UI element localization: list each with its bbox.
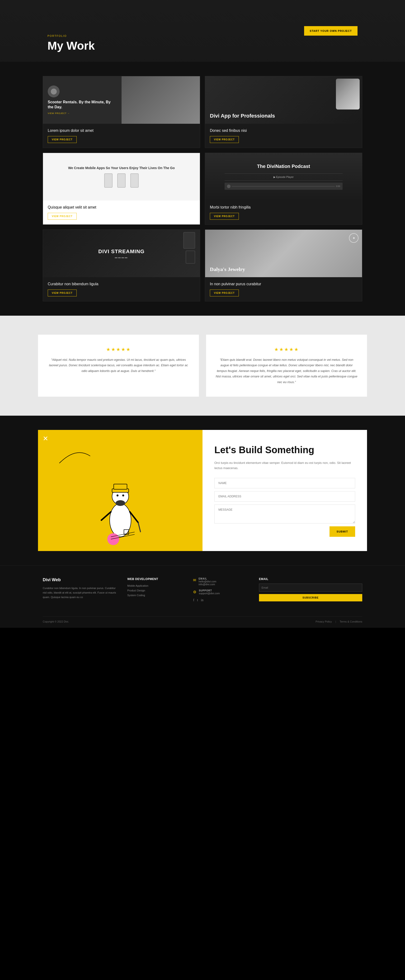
project-info-streaming: Curabitur non bibendum ligula VIEW PROJE… bbox=[43, 277, 200, 301]
scooter-text-area: Scooter Rentals. By the Minute, By the D… bbox=[43, 81, 122, 119]
mobile-thumb-title: We Create Mobile Apps So Your Users Enjo… bbox=[68, 166, 175, 170]
newsletter-email-input[interactable] bbox=[259, 584, 362, 592]
footer-brand-name: Divi Web bbox=[43, 578, 118, 582]
footer-support-value: support@divi.com bbox=[199, 592, 219, 595]
cta-title: Let's Build Something bbox=[214, 444, 355, 455]
svg-line-9 bbox=[138, 523, 141, 532]
view-project-btn-scooter[interactable]: VIEW PROJECT bbox=[48, 136, 77, 143]
project-title-streaming: Curabitur non bibendum ligula bbox=[48, 282, 195, 286]
instagram-icon[interactable]: in bbox=[201, 598, 203, 602]
project-thumb-divination: The DiviNation Podcast ▶ Episode Player … bbox=[205, 153, 362, 200]
newsletter-form: SUBSCRIBE bbox=[259, 584, 362, 601]
cta-illustration-wrapper bbox=[38, 430, 202, 551]
testimonial-text-1: "Aliquet nisl. Nulla tempor mauris sed p… bbox=[48, 357, 189, 374]
submit-button[interactable]: SUBMIT bbox=[329, 527, 355, 537]
streaming-devices bbox=[183, 232, 195, 264]
footer-contact-col: ✉ EMAIL hello@divi.com info@divi.com ⚙ S… bbox=[193, 578, 249, 607]
divination-thumb-title: The DiviNation Podcast bbox=[257, 164, 310, 169]
footer-brand-col: Divi Web Curabitur non bibendum ligula. … bbox=[43, 578, 118, 607]
streaming-text: DIVI STREAMING ▬▬▬▬ bbox=[98, 248, 145, 259]
footer-nav-col: Web Development Mobile Application Produ… bbox=[127, 578, 184, 607]
view-project-btn-divi-app[interactable]: VIEW PROJECT bbox=[210, 136, 239, 143]
testimonials-section: ★★★★★ "Aliquet nisl. Nulla tempor mauris… bbox=[0, 316, 405, 416]
facebook-icon[interactable]: f bbox=[193, 598, 194, 602]
cta-form: SUBMIT bbox=[214, 478, 355, 537]
name-input[interactable] bbox=[214, 478, 355, 488]
scooter-inner: Scooter Rentals. By the Minute, By the D… bbox=[43, 76, 200, 124]
svg-point-0 bbox=[110, 504, 131, 537]
testimonial-text-2: "Etiam quis blandit erat. Donec laoreet … bbox=[216, 357, 357, 385]
message-input[interactable] bbox=[214, 504, 355, 523]
mobile-icon-3 bbox=[130, 173, 139, 188]
project-thumb-streaming: DIVI STREAMING ▬▬▬▬ bbox=[43, 230, 200, 277]
stars-1: ★★★★★ bbox=[106, 347, 131, 352]
project-title-divination: Morbi tortor nibh fringilla bbox=[210, 205, 357, 210]
view-project-btn-divination[interactable]: VIEW PROJECT bbox=[210, 213, 239, 220]
scooter-image-area bbox=[122, 76, 200, 124]
footer-email-1: hello@divi.com bbox=[199, 580, 216, 583]
stars-2: ★★★★★ bbox=[274, 347, 299, 352]
view-project-btn-streaming[interactable]: VIEW PROJECT bbox=[48, 290, 77, 296]
subscribe-button[interactable]: SUBSCRIBE bbox=[259, 594, 362, 601]
view-project-btn-jewelry[interactable]: VIEW PROJECT bbox=[210, 290, 239, 296]
start-project-button[interactable]: START YOUR OWN PROJECT bbox=[304, 26, 357, 36]
streaming-thumb-title: DIVI STREAMING bbox=[98, 248, 145, 255]
project-card-divi-app: Divi App for Professionals Donec sed fin… bbox=[205, 76, 362, 148]
footer-support-details: SUPPORT support@divi.com bbox=[199, 589, 219, 595]
divination-thumb-inner: The DiviNation Podcast ▶ Episode Player … bbox=[205, 153, 362, 200]
hero-content: PORTFOLIO My Work bbox=[48, 35, 304, 52]
project-info-jewelry: In non pulvinar purus curabitur VIEW PRO… bbox=[205, 277, 362, 301]
footer-email-row: ✉ EMAIL hello@divi.com info@divi.com bbox=[193, 578, 249, 586]
footer: Divi Web Curabitur non bibendum ligula. … bbox=[0, 565, 405, 628]
project-thumb-jewelry: ✦ Dalya's Jewelry bbox=[205, 230, 362, 277]
project-info-mobile: Quisque aliquet velit sit amet VIEW PROJ… bbox=[43, 200, 200, 224]
project-card-mobile: We Create Mobile Apps So Your Users Enjo… bbox=[43, 153, 200, 225]
hero-label: PORTFOLIO bbox=[48, 35, 304, 37]
portfolio-section: Scooter Rentals. By the Minute, By the D… bbox=[0, 62, 405, 316]
testimonial-card-1: ★★★★★ "Aliquet nisl. Nulla tempor mauris… bbox=[38, 335, 199, 397]
view-project-btn-mobile[interactable]: VIEW PROJECT bbox=[48, 213, 77, 220]
envelope-icon: ✉ bbox=[193, 578, 196, 582]
svg-rect-3 bbox=[114, 484, 127, 489]
project-info-scooter: Lorem ipsum dolor sit amet VIEW PROJECT bbox=[43, 124, 200, 148]
person-svg bbox=[97, 468, 144, 551]
email-input[interactable] bbox=[214, 491, 355, 502]
divi-app-thumb-inner: Divi App for Professionals bbox=[205, 76, 362, 124]
footer-link-product-design[interactable]: Product Design bbox=[127, 589, 184, 592]
scooter-thumb-title: Scooter Rentals. By the Minute, By the D… bbox=[48, 100, 117, 110]
mobile-thumb-inner: We Create Mobile Apps So Your Users Enjo… bbox=[43, 153, 200, 200]
footer-copyright: Copyright © 2022 Divi. bbox=[43, 620, 69, 623]
hero-title: My Work bbox=[48, 39, 304, 52]
project-info-divination: Morbi tortor nibh fringilla VIEW PROJECT bbox=[205, 200, 362, 224]
footer-newsletter-label: EMAIL bbox=[259, 578, 362, 581]
streaming-thumb-inner: DIVI STREAMING ▬▬▬▬ bbox=[43, 230, 200, 277]
footer-social: f t in bbox=[193, 598, 249, 602]
footer-email-2: info@divi.com bbox=[199, 583, 216, 586]
privacy-policy-link[interactable]: Privacy Policy bbox=[316, 620, 332, 623]
project-card-scooter: Scooter Rentals. By the Minute, By the D… bbox=[43, 76, 200, 148]
footer-email-details: EMAIL hello@divi.com info@divi.com bbox=[199, 578, 216, 586]
project-card-streaming: DIVI STREAMING ▬▬▬▬ Curabitur non bibend… bbox=[43, 229, 200, 301]
footer-link-system-coding[interactable]: System Coding bbox=[127, 594, 184, 597]
footer-brand-desc: Curabitur non bibendum ligula. In non pu… bbox=[43, 586, 118, 599]
jewelry-thumb-inner: ✦ Dalya's Jewelry bbox=[205, 230, 362, 277]
cta-right-panel: Let's Build Something Orci turpis eu tin… bbox=[202, 430, 367, 551]
mobile-icons bbox=[104, 173, 139, 188]
twitter-icon[interactable]: t bbox=[197, 598, 198, 602]
podcast-player: 0:00 bbox=[225, 183, 343, 190]
footer-link-mobile-app[interactable]: Mobile Application bbox=[127, 584, 184, 587]
footer-support-label: SUPPORT bbox=[199, 589, 219, 592]
footer-nav-title: Web Development bbox=[127, 578, 184, 581]
cta-container: ✕ bbox=[38, 430, 367, 551]
project-thumb-divi-app: Divi App for Professionals bbox=[205, 76, 362, 124]
svg-line-7 bbox=[102, 512, 111, 520]
project-title-divi-app: Donec sed finibus nisi bbox=[210, 129, 357, 133]
terms-link[interactable]: Terms & Conditions bbox=[340, 620, 362, 623]
cta-description: Orci turpis eu tincidunt elementum vitae… bbox=[214, 460, 355, 471]
hero-section: PORTFOLIO My Work START YOUR OWN PROJECT bbox=[0, 0, 405, 62]
streaming-sub: ▬▬▬▬ bbox=[98, 256, 145, 259]
divi-app-thumb-title: Divi App for Professionals bbox=[210, 113, 275, 119]
portfolio-grid: Scooter Rentals. By the Minute, By the D… bbox=[43, 76, 362, 301]
project-thumb-mobile: We Create Mobile Apps So Your Users Enjo… bbox=[43, 153, 200, 200]
footer-email-label: EMAIL bbox=[199, 578, 216, 580]
